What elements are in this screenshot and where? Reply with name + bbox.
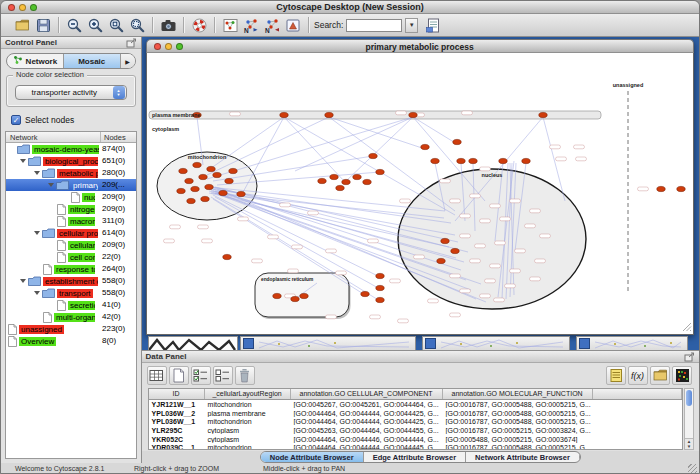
tree-column-network[interactable]: Network [6,132,101,142]
search-dropdown-arrow-icon[interactable]: ▼ [405,18,418,33]
cell-annotation-go-molecular-function: [GO:0016787, GO:0005488, GO:0005215, G..… [443,410,593,417]
import-table-icon[interactable] [423,15,443,35]
column-header-empty [593,389,682,399]
tree-expand-arrow-icon[interactable] [34,171,40,175]
tree-row-label: multi-organism pro [54,313,95,322]
node-color-selection-label: Node color selection [13,70,87,79]
help-lifering-icon[interactable] [189,15,209,35]
tree-row-cell-communicat[interactable]: cell communicat22(0) [6,251,136,263]
control-panel-title: Control Panel [5,38,57,47]
node-color-dropdown-value: transporter activity [16,88,113,97]
tree-row-label: response to stimulu [54,265,95,274]
zoom-fit-icon[interactable] [106,15,126,35]
tree-row-response-to-stimulu[interactable]: response to stimulu264(0) [6,263,136,275]
cell-id: YPL036W__2 [149,410,205,417]
column-header-id[interactable]: ID [149,389,205,399]
tree-row-primary-metabo[interactable]: primary metabo209(... [6,179,136,191]
tree-expand-arrow-icon[interactable] [20,159,26,163]
background-window-fragment[interactable] [148,336,238,350]
table-row[interactable]: YPL036W__2plasma membrane[GO:0044464, GO… [149,409,682,418]
node-color-dropdown[interactable]: transporter activity ▲▼ [15,85,127,100]
tree-row-cellular-metabo[interactable]: cellular metabo209(0) [6,239,136,251]
tree-row-mosaic-demo-yeast[interactable]: mosaic-demo-yeast874(0) [6,143,136,155]
save-icon[interactable] [33,15,53,35]
tree-row-node-count: 209(... [102,179,125,191]
tree-expand-arrow-icon[interactable] [34,231,40,235]
table-row[interactable]: YDR039C__1mitochondrion[GO:0044464, GO:0… [149,443,682,450]
file-icon [57,204,66,215]
tree-row-unassigned[interactable]: unassigned223(0) [6,323,136,335]
tree-row-establishment-of-lo[interactable]: establishment of lo558(0) [6,275,136,287]
resize-grip[interactable] [688,464,697,473]
import-network-icon[interactable]: N [241,15,261,35]
network-graph[interactable]: plasma membranecytoplasmmitochondrionnuc… [147,53,693,333]
float-panel-icon[interactable] [126,34,137,52]
import-attributes-icon[interactable] [650,366,670,385]
table-row[interactable]: YJR121W__1mitochondrion[GO:0045267, GO:0… [149,400,682,409]
table-grid-icon[interactable] [147,366,167,385]
heatmap-icon[interactable] [672,366,692,385]
table-row[interactable]: YLR295Ccytoplasm[GO:0045263, GO:0044464,… [149,426,682,435]
scrollbar-thumb[interactable] [686,390,692,406]
data-panel: Data Panel f(x) ID_cellularLayoutRegiona… [142,350,699,451]
scrollbar-arrows[interactable]: ▲▼ [685,438,693,449]
export-network-icon[interactable]: N [262,15,282,35]
snapshot-camera-icon[interactable] [158,15,178,35]
select-all-attributes-icon[interactable] [191,366,211,385]
unselect-all-attributes-icon[interactable] [213,366,233,385]
tree-column-nodes[interactable]: Nodes [101,132,136,142]
tree-row-nucleobase-[interactable]: nucleobase-209(0) [6,191,136,203]
tab-network-attribute-browser[interactable]: Network Attribute Browser [466,452,580,462]
tab-node-attribute-browser[interactable]: Node Attribute Browser [261,452,364,462]
notes-icon[interactable] [606,366,626,385]
formula-builder-icon[interactable]: f(x) [628,366,648,385]
tree-row-biological-process[interactable]: biological_process651(0) [6,155,136,167]
open-file-icon[interactable] [12,15,32,35]
tree-row-metabolic-process[interactable]: metabolic process280(0) [6,167,136,179]
tree-row-macromolecule[interactable]: macromolecule311(0) [6,215,136,227]
tab-network[interactable]: Network [7,54,64,68]
file-icon [57,300,66,311]
tree-row-transport[interactable]: transport558(0) [6,287,136,299]
minimized-window-bar[interactable] [422,336,570,350]
tree-row-secretion[interactable]: secretion41(0) [6,299,136,311]
select-nodes-checkbox[interactable]: ✓ [11,115,21,125]
folder-icon [28,276,41,286]
tree-row-label: macromolecule [68,217,95,226]
delete-attribute-icon[interactable] [235,366,255,385]
tabs-overflow-button[interactable]: ▶ [121,54,135,68]
tree-expand-arrow-icon[interactable] [48,183,54,187]
tree-row-multi-organism-pro[interactable]: multi-organism pro42(0) [6,311,136,323]
minimized-window-bar[interactable] [240,336,416,350]
tree-row-node-count: 209(0) [102,191,125,203]
tab-network-label: Network [26,57,58,66]
cell-id: YPL036W__1 [149,418,205,425]
tree-row-nitrogen-compo[interactable]: nitrogen compo209(0) [6,203,136,215]
minimized-window-bar[interactable] [576,336,688,350]
tree-row-node-count: 558(0) [102,275,125,287]
column-header-annotation-go-cellular-component[interactable]: annotation.GO CELLULAR_COMPONENT [291,389,443,399]
tree-row-overview[interactable]: Overview8(0) [6,335,136,347]
cell-id: YLR295C [149,427,205,434]
tree-expand-arrow-icon[interactable] [34,291,40,295]
new-attribute-icon[interactable] [169,366,189,385]
tab-mosaic[interactable]: Mosaic [64,54,121,68]
zoom-region-icon[interactable] [127,15,147,35]
tree-expand-arrow-icon[interactable] [20,279,26,283]
network-overview-icon[interactable] [220,15,240,35]
tree-row-cellular-process[interactable]: cellular process614(0) [6,227,136,239]
zoom-in-icon[interactable] [85,15,105,35]
column-header--cellularlayoutregion[interactable]: _cellularLayoutRegion [205,389,291,399]
zoom-out-icon[interactable] [64,15,84,35]
tab-edge-attribute-browser[interactable]: Edge Attribute Browser [364,452,466,462]
table-scrollbar[interactable]: ▲▼ [684,388,694,450]
table-row[interactable]: YKR052Ccytoplasm[GO:0044464, GO:0044446,… [149,435,682,444]
network-window-titlebar[interactable]: primary metabolic process [146,39,694,53]
vizmapper-icon[interactable] [283,15,303,35]
node-color-selection-group: Node color selection transporter activit… [6,75,136,107]
network-canvas[interactable]: plasma membranecytoplasmmitochondrionnuc… [146,53,694,335]
search-input[interactable] [346,19,402,32]
column-header-annotation-go-molecular-function[interactable]: annotation.GO MOLECULAR_FUNCTION [443,389,593,399]
float-panel-icon[interactable] [684,348,695,366]
table-row[interactable]: YPL036W__1mitochondrion[GO:0044464, GO:0… [149,417,682,426]
